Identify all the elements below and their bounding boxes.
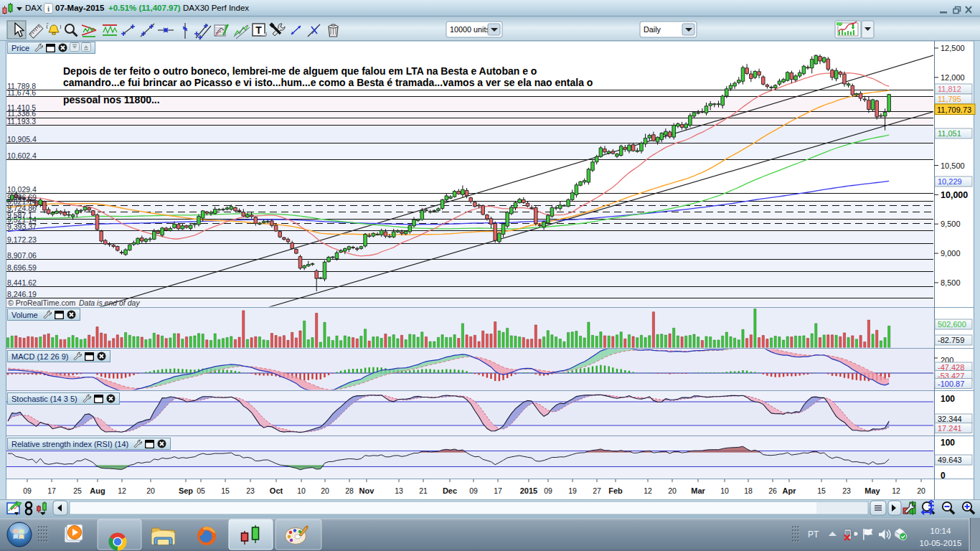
svg-text:T: T: [255, 24, 262, 36]
svg-text:8,441.62: 8,441.62: [7, 278, 37, 287]
svg-text:32.344: 32.344: [938, 415, 962, 423]
svg-text:26: 26: [768, 486, 777, 495]
svg-text:-82.759: -82.759: [938, 336, 964, 344]
svg-text:8,696.59: 8,696.59: [7, 263, 37, 272]
svg-text:20: 20: [917, 486, 925, 495]
svg-text:17.241: 17.241: [938, 424, 962, 433]
svg-text:11,674.6: 11,674.6: [7, 88, 36, 97]
svg-text:Sep: Sep: [179, 486, 193, 495]
svg-text:Data is end of day: Data is end of day: [79, 298, 140, 307]
svg-text:19: 19: [568, 486, 577, 495]
svg-text:10-05-2015: 10-05-2015: [920, 539, 962, 547]
svg-text:8,907.06: 8,907.06: [7, 251, 37, 260]
svg-text:15: 15: [221, 486, 230, 495]
svg-text:Dec: Dec: [443, 486, 457, 495]
svg-text:13: 13: [395, 486, 403, 495]
svg-text:21: 21: [419, 486, 428, 495]
svg-text:10,500: 10,500: [941, 161, 965, 170]
svg-text:09: 09: [469, 486, 478, 495]
svg-text:10: 10: [297, 486, 306, 495]
svg-text:20: 20: [146, 486, 155, 495]
svg-text:2015: 2015: [520, 486, 537, 495]
svg-text:Oct: Oct: [270, 486, 283, 495]
svg-text:10:14: 10:14: [930, 527, 951, 535]
svg-text:12: 12: [892, 486, 900, 495]
svg-text:49.643: 49.643: [938, 456, 962, 464]
svg-text:11,795: 11,795: [938, 95, 961, 103]
svg-text:10,229: 10,229: [938, 177, 962, 186]
svg-text:502,600: 502,600: [938, 320, 966, 329]
svg-text:10,905.4: 10,905.4: [7, 135, 37, 143]
svg-text:Feb: Feb: [608, 486, 623, 495]
svg-text:09: 09: [544, 486, 552, 495]
svg-text:11,812: 11,812: [938, 85, 961, 93]
svg-text:0: 0: [941, 471, 946, 481]
svg-text:10: 10: [720, 486, 729, 495]
svg-text:18: 18: [744, 486, 753, 495]
svg-text:Aug: Aug: [90, 486, 105, 495]
svg-text:Mar: Mar: [691, 486, 705, 495]
svg-text:9,000: 9,000: [941, 249, 961, 258]
svg-text:25: 25: [73, 486, 82, 495]
svg-text:20: 20: [321, 486, 329, 495]
svg-text:-100.87: -100.87: [938, 380, 964, 388]
svg-text:100: 100: [941, 438, 955, 448]
svg-text:10000 units: 10000 units: [450, 25, 490, 34]
svg-text:8,500: 8,500: [941, 278, 961, 287]
svg-text:05: 05: [197, 486, 205, 495]
svg-text:12,000: 12,000: [941, 73, 965, 82]
svg-text:10,000: 10,000: [941, 190, 968, 200]
svg-text:i: i: [47, 4, 50, 13]
svg-text:23: 23: [246, 486, 255, 495]
svg-text:8,246.19: 8,246.19: [7, 290, 37, 298]
svg-text:PT: PT: [808, 529, 819, 540]
svg-text:Apr: Apr: [783, 486, 797, 495]
svg-text:Nov: Nov: [359, 486, 375, 495]
svg-text:May: May: [864, 486, 880, 495]
svg-text:9,172.23: 9,172.23: [7, 235, 37, 244]
svg-text:12: 12: [644, 486, 652, 495]
svg-text:12: 12: [118, 486, 126, 495]
svg-text:17: 17: [494, 486, 502, 495]
svg-text:Daily: Daily: [644, 25, 661, 34]
svg-text:09: 09: [23, 486, 32, 495]
svg-text:11,709.73: 11,709.73: [937, 105, 971, 114]
svg-text:9,393.37: 9,393.37: [7, 222, 37, 231]
svg-text:11,193.3: 11,193.3: [7, 117, 36, 126]
svg-text:20: 20: [668, 486, 677, 495]
svg-text:10,602.4: 10,602.4: [7, 151, 37, 160]
svg-text:11,051: 11,051: [938, 129, 961, 138]
svg-text:100: 100: [941, 394, 955, 404]
svg-text:9,500: 9,500: [941, 220, 961, 228]
svg-text:15: 15: [817, 486, 826, 495]
svg-text:23: 23: [842, 486, 851, 495]
svg-text:12,500: 12,500: [941, 44, 965, 52]
svg-text:28: 28: [345, 486, 354, 495]
svg-text:17: 17: [47, 486, 56, 495]
svg-text:27: 27: [593, 486, 601, 495]
svg-text:© ProRealTime.com: © ProRealTime.com: [8, 298, 76, 307]
